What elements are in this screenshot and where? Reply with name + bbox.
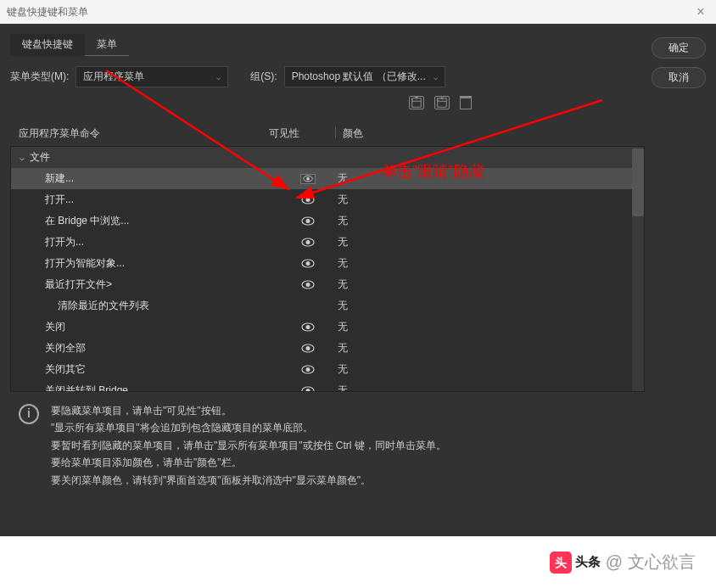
tab-menus[interactable]: 菜单 [85, 34, 129, 56]
tab-shortcuts[interactable]: 键盘快捷键 [10, 34, 85, 56]
eye-icon[interactable] [300, 195, 316, 205]
tree-row[interactable]: 清除最近的文件列表无 [11, 295, 644, 316]
tree-item-color: 无 [338, 277, 348, 292]
tree-row[interactable]: 最近打开文件>无 [11, 274, 644, 295]
tree-item-label: 关闭其它 [20, 362, 278, 377]
menu-type-label: 菜单类型(M): [10, 70, 69, 84]
tree-row[interactable]: 关闭其它无 [11, 359, 644, 380]
set-value: Photoshop 默认值 （已修改... [292, 70, 426, 84]
eye-icon[interactable] [300, 386, 316, 393]
tree-item-color: 无 [338, 299, 348, 313]
tree-item-label: 打开为... [20, 235, 278, 249]
tree-item-label: 关闭全部 [20, 341, 278, 356]
svg-point-11 [306, 283, 310, 287]
footer-name: 文心欲言 [628, 551, 696, 574]
tree-item-color: 无 [338, 214, 348, 228]
svg-point-3 [306, 198, 310, 202]
svg-point-7 [306, 240, 310, 244]
svg-text:头: 头 [555, 556, 567, 569]
chevron-down-icon: ⌵ [216, 73, 221, 81]
info-text: 要隐藏菜单项目，请单击"可见性"按钮。 "显示所有菜单项目"将会追加到包含隐藏项… [51, 402, 446, 489]
tree-item-color: 无 [338, 320, 348, 334]
close-icon[interactable]: × [692, 4, 709, 20]
tree-row[interactable]: 新建...无 [11, 168, 644, 189]
tree-group-label: 文件 [30, 150, 50, 165]
ok-button[interactable]: 确定 [652, 37, 706, 59]
tree-row[interactable]: 关闭并转到 Bridge...无 [11, 380, 644, 392]
eye-icon[interactable] [300, 365, 316, 375]
tree-item-color: 无 [338, 362, 348, 377]
tree-item-color: 无 [338, 193, 348, 207]
tree-item-label: 在 Bridge 中浏览... [20, 214, 278, 228]
footer-at: @ [606, 552, 623, 572]
header-command: 应用程序菜单命令 [19, 126, 269, 141]
tree-item-label: 清除最近的文件列表 [20, 299, 278, 313]
eye-icon[interactable] [300, 238, 316, 248]
scrollbar-thumb[interactable] [632, 148, 644, 216]
tree-row[interactable]: 在 Bridge 中浏览...无 [11, 210, 644, 232]
tree-item-label: 打开... [20, 193, 278, 207]
save-set-icon[interactable] [409, 96, 424, 109]
tree-item-label: 打开为智能对象... [20, 256, 278, 271]
svg-point-17 [306, 367, 310, 372]
tree-item-color: 无 [338, 384, 348, 392]
eye-icon[interactable] [300, 174, 316, 184]
eye-icon[interactable] [300, 259, 316, 269]
window-title: 键盘快捷键和菜单 [7, 5, 88, 20]
set-select[interactable]: Photoshop 默认值 （已修改... ⌵ [284, 66, 445, 87]
svg-point-1 [306, 177, 310, 181]
tree-group-file[interactable]: ⌵ 文件 [11, 147, 644, 168]
tree-row[interactable]: 关闭无 [11, 316, 644, 338]
scrollbar[interactable] [632, 147, 644, 391]
tree-row[interactable]: 打开为...无 [11, 232, 644, 253]
svg-point-19 [306, 389, 310, 392]
footer-brand: 头 头条 [550, 552, 601, 574]
svg-point-13 [306, 325, 310, 329]
tree-item-label: 最近打开文件> [20, 277, 278, 292]
delete-set-icon[interactable] [460, 96, 472, 109]
eye-icon[interactable] [300, 344, 316, 354]
set-label: 组(S): [250, 70, 277, 84]
cancel-button[interactable]: 取消 [652, 67, 706, 88]
tree-row[interactable]: 打开为智能对象...无 [11, 253, 644, 274]
tree-item-color: 无 [338, 256, 348, 271]
tree-row[interactable]: 关闭全部无 [11, 338, 644, 359]
svg-point-15 [306, 346, 310, 350]
eye-icon[interactable] [300, 216, 316, 227]
chevron-down-icon: ⌵ [20, 153, 25, 162]
new-set-icon[interactable] [434, 96, 450, 109]
tree-row[interactable]: 打开...无 [11, 189, 644, 210]
svg-point-5 [306, 219, 310, 223]
eye-icon[interactable] [300, 280, 316, 290]
tree-item-label: 关闭并转到 Bridge... [20, 384, 278, 392]
header-visibility: 可见性 [269, 126, 328, 141]
info-icon: i [19, 404, 39, 424]
tree-item-label: 关闭 [20, 320, 278, 334]
tree-item-color: 无 [338, 171, 348, 186]
menu-tree: ⌵ 文件 新建...无打开...无在 Bridge 中浏览...无打开为...无… [10, 146, 645, 392]
svg-point-9 [306, 261, 310, 266]
menu-type-value: 应用程序菜单 [83, 70, 144, 84]
chevron-down-icon: ⌵ [434, 73, 438, 81]
eye-icon[interactable] [300, 322, 316, 333]
tree-item-label: 新建... [20, 171, 278, 186]
menu-type-select[interactable]: 应用程序菜单 ⌵ [76, 66, 228, 87]
tree-item-color: 无 [338, 235, 348, 249]
header-color: 颜色 [343, 126, 636, 141]
tree-item-color: 无 [338, 341, 348, 356]
